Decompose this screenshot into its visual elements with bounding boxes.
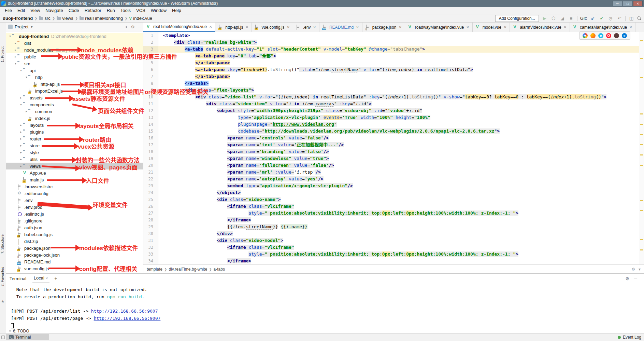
line-number[interactable]: 9 <box>143 87 158 94</box>
terminal-output[interactable]: Note that the development build is not o… <box>6 283 644 333</box>
tree-row-vue-config-js[interactable]: vue.config.js <box>6 265 143 272</box>
git-commit-icon[interactable]: ✓ <box>599 16 605 21</box>
editor-tab--env[interactable]: .env✕ <box>293 23 319 32</box>
close-icon[interactable]: ✕ <box>245 25 248 29</box>
editor-tab-readme-md[interactable]: README.md✕ <box>319 23 362 32</box>
tree-row--eslintrc-js[interactable]: .eslintrc.js <box>6 210 143 217</box>
menu-item-view[interactable]: View <box>28 7 43 14</box>
line-number[interactable]: 27 <box>143 210 158 217</box>
chevron-expanded-icon[interactable]: ▾ <box>19 69 23 72</box>
line-number[interactable]: 33 <box>143 251 158 258</box>
corner-grid-icon[interactable] <box>1 336 5 339</box>
status-item-terminal[interactable]: ›_Terminal <box>6 334 49 340</box>
tree-row-components[interactable]: ▾components <box>6 101 143 108</box>
terminal-tab-local[interactable]: Local✕ <box>32 274 49 283</box>
line-number[interactable]: 14 <box>143 121 158 128</box>
warning-stripe-mark[interactable] <box>640 249 643 250</box>
minimize-panel-icon[interactable]: ─ <box>634 276 637 281</box>
git-update-icon[interactable]: ↙ <box>590 16 596 21</box>
tree-row-auth-json[interactable]: auth.json <box>6 224 143 231</box>
breadcrumb-item-index-vue[interactable]: Vindex.vue <box>129 16 152 21</box>
warning-stripe-mark[interactable] <box>640 124 643 125</box>
opera-browser-icon[interactable]: O <box>606 33 611 38</box>
menu-item-help[interactable]: Help <box>169 7 184 14</box>
close-icon[interactable]: ✕ <box>504 25 506 29</box>
status-item-6-todo[interactable]: ≡6: TODO <box>6 328 49 334</box>
search-everywhere-icon[interactable] <box>637 16 641 21</box>
tree-row-index-js[interactable]: index.js <box>6 115 143 122</box>
warning-stripe-mark[interactable] <box>640 134 643 135</box>
chevron-collapsed-icon[interactable]: ▸ <box>19 130 23 134</box>
chevron-collapsed-icon[interactable]: ▸ <box>19 137 23 140</box>
tree-row-main-js[interactable]: main.js <box>6 176 143 183</box>
editor-breadcrumb-div-realtime-bg-white[interactable]: div.realTime.bg-white <box>169 267 207 272</box>
line-number[interactable]: 32 <box>143 244 158 251</box>
chevron-collapsed-icon[interactable]: ▸ <box>19 158 23 161</box>
menu-item-tools[interactable]: Tools <box>118 7 133 14</box>
editor-tab-vue-config-js[interactable]: vue.config.js✕ <box>252 23 293 32</box>
tree-row--env[interactable]: .env <box>6 197 143 204</box>
tree-row--editorconfig[interactable]: .editorconfig <box>6 190 143 197</box>
tree-row-package-lock-json[interactable]: package-lock.json <box>6 251 143 258</box>
warning-stripe-mark[interactable] <box>640 200 643 201</box>
add-configuration-button[interactable]: Add Configuration... <box>495 15 539 22</box>
tree-row-utils[interactable]: ▸utils <box>6 156 143 163</box>
tree-row-package-json[interactable]: package.json <box>6 245 143 251</box>
chevron-collapsed-icon[interactable]: ▸ <box>19 164 23 168</box>
tree-row-plugins[interactable]: ▸plugins <box>6 128 143 135</box>
warning-stripe-mark[interactable] <box>640 165 643 166</box>
chevron-expanded-icon[interactable]: ▾ <box>8 35 12 38</box>
maximize-button[interactable]: □ <box>623 1 632 6</box>
line-number[interactable]: 11 <box>143 100 158 107</box>
line-number[interactable]: 22 <box>143 176 158 182</box>
tree-row-views[interactable]: ▸views <box>6 163 143 169</box>
tree-row-store[interactable]: ▸store <box>6 142 143 149</box>
line-number[interactable]: 5 <box>143 59 158 66</box>
close-icon[interactable]: ✕ <box>287 25 289 29</box>
event-log[interactable]: Event Log <box>618 335 641 340</box>
line-number[interactable]: 2 <box>143 39 158 46</box>
history-icon[interactable]: ◷ <box>607 16 614 21</box>
line-number[interactable]: 34 <box>143 258 158 264</box>
warning-stripe-mark[interactable] <box>640 144 643 145</box>
line-number[interactable]: 15 <box>143 128 158 135</box>
tree-row-public[interactable]: ▸public <box>6 53 143 60</box>
tree-row--env-prod[interactable]: .env.prod <box>6 204 143 210</box>
chevron-collapsed-icon[interactable]: ▸ <box>19 123 23 127</box>
tree-row-style[interactable]: ▸style <box>6 149 143 156</box>
warning-stripe-mark[interactable] <box>640 239 643 240</box>
line-number[interactable]: 12 <box>143 107 158 114</box>
line-number[interactable]: 30 <box>143 230 158 237</box>
breadcrumb-item-src[interactable]: src <box>39 16 50 21</box>
chevron-down-icon[interactable]: ▼ <box>30 25 33 29</box>
tree-row-router[interactable]: ▸router <box>6 135 143 142</box>
line-number[interactable]: 4 <box>143 53 158 59</box>
menu-item-navigate[interactable]: Navigate <box>43 7 66 14</box>
line-number[interactable]: 18 <box>143 148 158 155</box>
chrome-browser-icon[interactable] <box>583 33 588 38</box>
code-area[interactable]: 1<template>2 <div class="realTime bg-whi… <box>143 32 639 264</box>
rollback-icon[interactable]: ↶ <box>616 16 622 21</box>
line-number[interactable]: 31 <box>143 237 158 244</box>
line-number[interactable]: 8 <box>143 80 158 87</box>
menu-item-file[interactable]: File <box>2 7 15 14</box>
chevron-collapsed-icon[interactable]: ▸ <box>14 55 17 58</box>
line-number[interactable]: 26 <box>143 203 158 210</box>
breadcrumb-item-duoji-frontend[interactable]: duoji-frontend <box>3 16 33 21</box>
line-number[interactable]: 25 <box>143 196 158 203</box>
edge-browser-icon[interactable]: e <box>622 33 627 38</box>
chevron-expanded-icon[interactable]: ▾ <box>14 62 17 65</box>
tree-row-importexcel-js[interactable]: importExcel.js <box>6 87 143 94</box>
close-icon[interactable]: ✕ <box>45 276 48 280</box>
tree-row-dist-zip[interactable]: dist.zip <box>6 238 143 245</box>
line-number[interactable]: 29 <box>143 223 158 230</box>
menu-item-edit[interactable]: Edit <box>15 7 28 14</box>
close-icon[interactable]: ✕ <box>629 25 632 29</box>
warning-stripe-mark[interactable] <box>640 113 643 114</box>
warning-stripe-mark[interactable] <box>640 58 643 59</box>
chevron-collapsed-icon[interactable]: ▸ <box>19 96 23 99</box>
close-icon[interactable]: ✕ <box>399 25 401 29</box>
run-icon[interactable]: ▶ <box>542 16 548 21</box>
tree-row--gitignore[interactable]: .gitignore <box>6 217 143 224</box>
line-number[interactable]: 21 <box>143 169 158 176</box>
